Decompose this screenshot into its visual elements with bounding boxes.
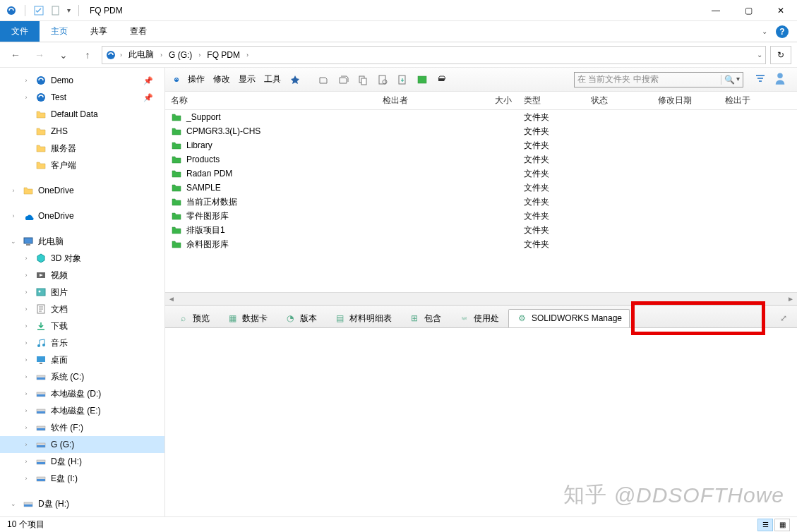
tree-item[interactable]: ZHS bbox=[0, 123, 164, 140]
qat-checkbox-icon[interactable] bbox=[33, 5, 44, 16]
crumb-fqpdm[interactable]: FQ PDM bbox=[204, 47, 243, 64]
breadcrumb[interactable]: › 此电脑› G (G:)› FQ PDM› ⌄ bbox=[102, 46, 766, 64]
svg-point-4 bbox=[37, 76, 45, 85]
tb-action[interactable]: 操作 bbox=[185, 71, 208, 89]
col-out[interactable]: 检出于 bbox=[719, 95, 776, 107]
table-row[interactable]: 当前正材数据文件夹 bbox=[165, 195, 797, 209]
tb-icon-6[interactable] bbox=[414, 71, 431, 89]
tb-tools[interactable]: 工具 bbox=[261, 71, 284, 89]
col-date[interactable]: 修改日期 bbox=[652, 95, 719, 107]
addr-dropdown-icon[interactable]: ⌄ bbox=[757, 51, 762, 59]
tree-item[interactable]: ⌄D盘 (H:) bbox=[0, 495, 164, 512]
detail-tab[interactable]: ⊞包含 bbox=[401, 309, 449, 327]
file-list[interactable]: 名称 检出者 大小 类型 状态 修改日期 检出于 _Support文件夹CPMG… bbox=[165, 92, 797, 292]
tree-item[interactable]: ›桌面 bbox=[0, 351, 164, 368]
tab-home[interactable]: 主页 bbox=[40, 21, 79, 42]
tree-item[interactable]: ›系统 (C:) bbox=[0, 368, 164, 385]
tree-item[interactable]: ›E盘 (I:) bbox=[0, 470, 164, 487]
tree-item[interactable]: ›3D 对象 bbox=[0, 250, 164, 267]
tb-icon-3[interactable] bbox=[354, 71, 371, 89]
detail-tab[interactable]: ◔版本 bbox=[277, 309, 325, 327]
tb-icon-7[interactable] bbox=[433, 71, 450, 89]
help-icon[interactable]: ? bbox=[776, 25, 789, 38]
pdm-icon bbox=[35, 75, 47, 86]
qat-dropdown-icon[interactable]: ▾ bbox=[67, 6, 71, 14]
tree-item[interactable]: ›图片 bbox=[0, 284, 164, 301]
ribbon: 文件 主页 共享 查看 ⌄ ? bbox=[0, 21, 797, 42]
search-icon[interactable]: 🔍 bbox=[724, 75, 735, 85]
nav-forward-button[interactable]: → bbox=[30, 45, 49, 65]
crumb-g[interactable]: G (G:) bbox=[166, 47, 195, 64]
tree-item[interactable]: ›文档 bbox=[0, 301, 164, 318]
search-input[interactable]: 在 当前文件夹 中搜索 🔍▾ bbox=[574, 72, 743, 87]
ribbon-expand-icon[interactable]: ⌄ bbox=[762, 28, 767, 35]
detail-tab[interactable]: ▦数据卡 bbox=[219, 309, 275, 327]
nav-up-button[interactable]: ↑ bbox=[78, 45, 97, 65]
tab-share[interactable]: 共享 bbox=[79, 21, 119, 42]
table-row[interactable]: 零件图形库文件夹 bbox=[165, 209, 797, 223]
tree-item[interactable]: ›Demo📌 bbox=[0, 72, 164, 89]
tree-item[interactable]: 服务器 bbox=[0, 140, 164, 157]
tree-item[interactable]: 客户端 bbox=[0, 157, 164, 174]
tree-item[interactable]: ›OneDrive bbox=[0, 182, 164, 199]
tree-item[interactable]: ⌄此电脑 bbox=[0, 233, 164, 250]
expand-pane-icon[interactable]: ⤢ bbox=[774, 313, 793, 323]
svg-rect-15 bbox=[40, 363, 42, 364]
table-row[interactable]: Products文件夹 bbox=[165, 152, 797, 167]
tb-icon-4[interactable] bbox=[374, 71, 391, 89]
tab-file[interactable]: 文件 bbox=[0, 21, 40, 42]
view-icons-button[interactable]: ▦ bbox=[774, 519, 790, 531]
detail-tab[interactable]: ▤材料明细表 bbox=[326, 309, 400, 327]
tb-icon-1[interactable] bbox=[315, 71, 332, 89]
crumb-thispc[interactable]: 此电脑 bbox=[126, 47, 157, 64]
tree-item[interactable]: ›G (G:) bbox=[0, 436, 164, 453]
table-row[interactable]: _Support文件夹 bbox=[165, 110, 797, 124]
drive-icon bbox=[35, 371, 47, 382]
tree-item[interactable]: ›D盘 (H:) bbox=[0, 453, 164, 470]
minimize-button[interactable]: — bbox=[700, 0, 732, 21]
table-row[interactable]: 余料图形库文件夹 bbox=[165, 237, 797, 251]
tree-item[interactable]: ›Test📌 bbox=[0, 89, 164, 106]
detail-tab[interactable]: ⎃使用处 bbox=[450, 309, 507, 327]
user-icon[interactable] bbox=[773, 71, 787, 87]
table-row[interactable]: Library文件夹 bbox=[165, 138, 797, 152]
close-button[interactable]: ✕ bbox=[765, 0, 797, 21]
tree-item[interactable]: ›下载 bbox=[0, 318, 164, 334]
tree-item[interactable]: ›BaiduNetdiskDownload bbox=[0, 512, 164, 516]
table-row[interactable]: SAMPLE文件夹 bbox=[165, 181, 797, 195]
filter-icon[interactable] bbox=[755, 73, 766, 86]
tb-display[interactable]: 显示 bbox=[236, 71, 258, 89]
tree-item[interactable]: ›OneDrive bbox=[0, 207, 164, 224]
table-row[interactable]: Radan PDM文件夹 bbox=[165, 167, 797, 181]
tb-modify[interactable]: 修改 bbox=[210, 71, 233, 89]
tree-item[interactable]: ›音乐 bbox=[0, 334, 164, 351]
svg-rect-25 bbox=[37, 445, 45, 447]
tree-item[interactable]: ›软件 (F:) bbox=[0, 419, 164, 436]
col-state[interactable]: 状态 bbox=[585, 95, 652, 107]
col-name[interactable]: 名称 bbox=[165, 95, 377, 107]
tree-item[interactable]: ›本地磁盘 (E:) bbox=[0, 402, 164, 419]
nav-history-button[interactable]: ⌄ bbox=[54, 45, 73, 65]
tree-item[interactable]: ›视频 bbox=[0, 267, 164, 284]
tb-icon-2[interactable] bbox=[335, 71, 352, 89]
detail-tab[interactable]: ⚙SOLIDWORKS Manage bbox=[508, 309, 630, 327]
tab-view[interactable]: 查看 bbox=[119, 21, 158, 42]
refresh-button[interactable]: ↻ bbox=[770, 46, 791, 64]
table-row[interactable]: 排版项目1文件夹 bbox=[165, 223, 797, 237]
nav-back-button[interactable]: ← bbox=[6, 45, 25, 65]
file-name: Radan PDM bbox=[186, 169, 232, 179]
tree-item[interactable]: Default Data bbox=[0, 106, 164, 123]
col-size[interactable]: 大小 bbox=[483, 95, 518, 107]
col-checker[interactable]: 检出者 bbox=[377, 95, 483, 107]
table-row[interactable]: CPMGR3.3(L)-CHS文件夹 bbox=[165, 124, 797, 138]
tb-icon-5[interactable] bbox=[394, 71, 411, 89]
tb-pin-icon[interactable] bbox=[287, 71, 304, 89]
h-scrollbar[interactable]: ◄► bbox=[165, 292, 797, 305]
view-details-button[interactable]: ☰ bbox=[757, 519, 773, 531]
qat-doc-icon[interactable] bbox=[50, 5, 61, 16]
col-type[interactable]: 类型 bbox=[518, 95, 585, 107]
detail-tab[interactable]: ⌕预览 bbox=[169, 309, 217, 327]
tab-label: 使用处 bbox=[474, 313, 499, 325]
maximize-button[interactable]: ▢ bbox=[732, 0, 765, 21]
tree-item[interactable]: ›本地磁盘 (D:) bbox=[0, 385, 164, 402]
